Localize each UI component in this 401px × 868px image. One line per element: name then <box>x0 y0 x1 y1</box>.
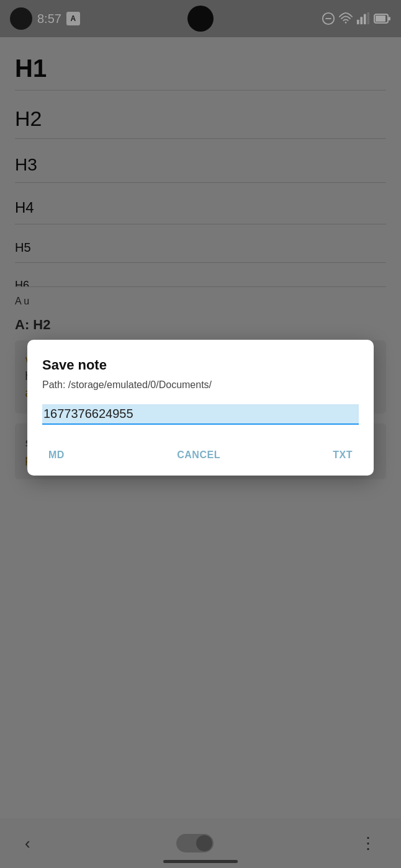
dialog-button-row: MD CANCEL TXT <box>42 440 359 476</box>
filename-input[interactable] <box>42 404 359 423</box>
dialog-title: Save note <box>42 357 359 373</box>
filename-input-wrapper <box>42 404 359 425</box>
dialog-path: Path: /storage/emulated/0/Documents/ <box>42 379 359 391</box>
md-button[interactable]: MD <box>42 445 71 466</box>
txt-button[interactable]: TXT <box>327 445 359 466</box>
cancel-button[interactable]: CANCEL <box>171 445 227 466</box>
home-indicator <box>163 860 238 863</box>
save-note-dialog: Save note Path: /storage/emulated/0/Docu… <box>27 340 374 476</box>
